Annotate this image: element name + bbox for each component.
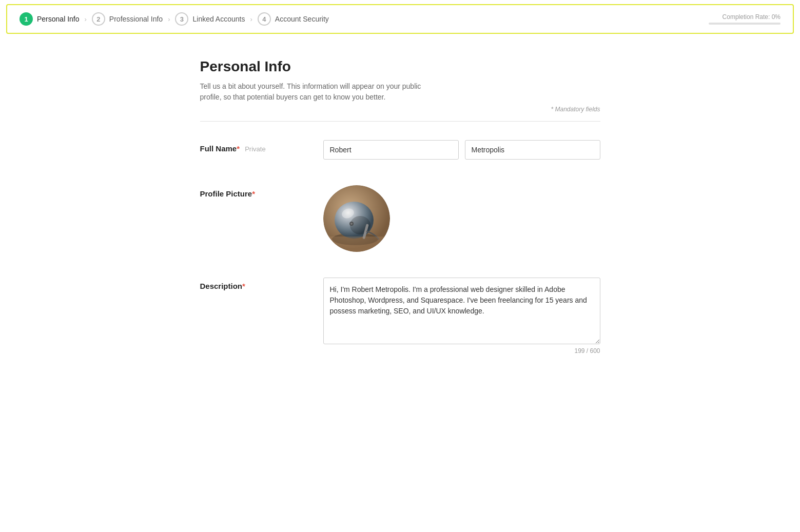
description-required: * — [242, 282, 245, 290]
description-label-col: Description* — [200, 278, 323, 291]
completion-bar-background — [709, 23, 781, 25]
steps-container: 1 Personal Info › 2 Professional Info › … — [19, 12, 329, 26]
description-textarea[interactable]: Hi, I'm Robert Metropolis. I'm a profess… — [323, 278, 600, 344]
first-name-input[interactable] — [323, 140, 459, 160]
full-name-inputs — [323, 140, 600, 160]
last-name-input[interactable] — [465, 140, 600, 160]
completion-label: Completion Rate: 0% — [723, 13, 781, 21]
description-label: Description* — [200, 282, 245, 290]
step-3-number: 3 — [175, 12, 188, 26]
full-name-private-tag: Private — [245, 145, 265, 153]
description-row: Description* Hi, I'm Robert Metropolis. … — [200, 278, 600, 354]
page-title: Personal Info — [200, 58, 600, 75]
step-1-number: 1 — [19, 12, 33, 26]
mandatory-note: * Mandatory fields — [200, 106, 600, 113]
profile-picture-col[interactable] — [323, 185, 390, 252]
page-description: Tell us a bit about yourself. This infor… — [200, 81, 426, 103]
step-2-professional-info[interactable]: 2 Professional Info — [92, 12, 163, 26]
full-name-required: * — [237, 144, 240, 153]
svg-rect-9 — [323, 237, 390, 252]
main-content: Personal Info Tell us a bit about yourse… — [169, 38, 631, 411]
step-4-number: 4 — [258, 12, 271, 26]
step-1-personal-info[interactable]: 1 Personal Info — [19, 12, 80, 26]
arrow-2-3: › — [168, 15, 170, 23]
step-wizard-nav: 1 Personal Info › 2 Professional Info › … — [6, 4, 794, 34]
full-name-row: Full Name* Private — [200, 140, 600, 160]
description-col: Hi, I'm Robert Metropolis. I'm a profess… — [323, 278, 600, 354]
step-3-label: Linked Accounts — [192, 15, 245, 23]
char-count: 199 / 600 — [323, 347, 600, 354]
arrow-1-2: › — [85, 15, 87, 23]
full-name-label-col: Full Name* Private — [200, 140, 323, 153]
profile-picture-label-col: Profile Picture* — [200, 185, 323, 199]
profile-picture-row: Profile Picture* — [200, 185, 600, 252]
profile-picture-image — [323, 185, 390, 252]
svg-point-8 — [350, 223, 353, 225]
step-1-label: Personal Info — [37, 15, 80, 23]
profile-picture-required: * — [252, 189, 255, 198]
step-3-linked-accounts[interactable]: 3 Linked Accounts — [175, 12, 245, 26]
divider — [200, 121, 600, 122]
step-2-label: Professional Info — [109, 15, 163, 23]
step-2-number: 2 — [92, 12, 105, 26]
profile-picture-label: Profile Picture* — [200, 189, 256, 198]
arrow-3-4: › — [250, 15, 252, 23]
full-name-label: Full Name* Private — [200, 144, 266, 153]
completion-area: Completion Rate: 0% — [709, 13, 781, 25]
profile-picture-circle[interactable] — [323, 185, 390, 252]
step-4-account-security[interactable]: 4 Account Security — [258, 12, 329, 26]
step-4-label: Account Security — [275, 15, 329, 23]
